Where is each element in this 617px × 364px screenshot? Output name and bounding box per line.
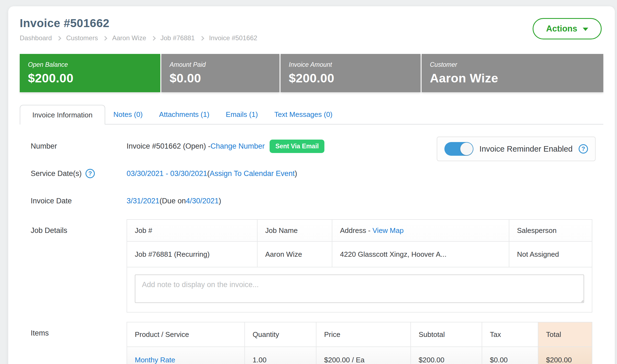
tab-text-messages[interactable]: Text Messages (0) bbox=[266, 105, 341, 124]
job-number-cell: Job #76881 (Recurring) bbox=[127, 241, 257, 267]
invoice-date-row: Invoice Date 3/31/2021 (Due on 4/30/2021… bbox=[20, 192, 603, 210]
tab-attachments[interactable]: Attachments (1) bbox=[151, 105, 218, 124]
stat-label: Open Balance bbox=[28, 61, 152, 68]
paren-close: ) bbox=[219, 197, 221, 205]
breadcrumb-chevron-icon bbox=[103, 36, 107, 41]
invoice-card: Invoice #501662 Dashboard Customers Aaro… bbox=[8, 6, 615, 364]
toggle-knob bbox=[460, 143, 473, 155]
col-salesperson: Salesperson bbox=[509, 219, 592, 241]
items-label: Items bbox=[20, 322, 127, 337]
invoice-information-panel: Invoice Reminder Enabled Number Invoice … bbox=[20, 125, 603, 364]
col-subtotal: Subtotal bbox=[411, 322, 482, 347]
stat-value: Aaron Wize bbox=[430, 71, 595, 85]
page-title: Invoice #501662 bbox=[20, 17, 603, 30]
invoice-reminder-label: Invoice Reminder Enabled bbox=[479, 145, 573, 154]
col-address: Address - View Map bbox=[332, 219, 509, 241]
salesperson-cell: Not Assigned bbox=[509, 241, 592, 267]
stat-invoice-amount: Invoice Amount $200.00 bbox=[281, 54, 421, 92]
breadcrumb-item-customers[interactable]: Customers bbox=[66, 34, 98, 42]
breadcrumb-item-dashboard[interactable]: Dashboard bbox=[20, 34, 52, 42]
total-cell: $200.00 bbox=[538, 347, 592, 364]
stats-bar: Open Balance $200.00 Amount Paid $0.00 I… bbox=[20, 54, 603, 92]
stat-value: $200.00 bbox=[289, 71, 412, 85]
invoice-note-row bbox=[127, 267, 592, 312]
subtotal-cell: $200.00 bbox=[411, 347, 482, 364]
paren-close: ) bbox=[295, 169, 297, 178]
number-label: Number bbox=[20, 142, 127, 151]
address-header-text: Address - bbox=[340, 226, 373, 235]
actions-button-label: Actions bbox=[546, 24, 577, 34]
sent-via-email-badge: Sent Via Email bbox=[270, 140, 324, 153]
product-cell: Monthy Rate bbox=[127, 347, 245, 364]
price-cell: $200.00 / Ea bbox=[316, 347, 411, 364]
change-number-link[interactable]: Change Number bbox=[210, 142, 265, 151]
col-price: Price bbox=[316, 322, 411, 347]
invoice-reminder-box: Invoice Reminder Enabled bbox=[437, 137, 596, 161]
stat-amount-paid: Amount Paid $0.00 bbox=[161, 54, 279, 92]
due-date-link[interactable]: 4/30/2021 bbox=[186, 197, 219, 205]
breadcrumb-chevron-icon bbox=[199, 36, 204, 41]
col-job-number: Job # bbox=[127, 219, 257, 241]
assign-to-calendar-event-link[interactable]: Assign To Calendar Event bbox=[210, 169, 295, 178]
service-date-range-link[interactable]: 03/30/2021 - 03/30/2021 bbox=[127, 169, 207, 178]
stat-label: Amount Paid bbox=[170, 61, 271, 68]
actions-button[interactable]: Actions bbox=[533, 18, 602, 39]
service-dates-label: Service Date(s) bbox=[31, 169, 82, 178]
tab-invoice-information[interactable]: Invoice Information bbox=[20, 105, 105, 125]
paren-open: ( bbox=[207, 169, 210, 178]
job-details-header-row: Job # Job Name Address - View Map Salesp… bbox=[127, 219, 592, 241]
breadcrumb-item-job[interactable]: Job #76881 bbox=[161, 34, 195, 42]
product-link[interactable]: Monthy Rate bbox=[135, 356, 175, 364]
invoice-reminder-toggle[interactable] bbox=[444, 142, 473, 156]
help-icon[interactable] bbox=[579, 144, 588, 154]
tab-notes[interactable]: Notes (0) bbox=[105, 105, 151, 124]
job-name-cell: Aaron Wize bbox=[257, 241, 332, 267]
stat-customer: Customer Aaron Wize bbox=[422, 54, 603, 92]
col-product-service: Product / Service bbox=[127, 322, 245, 347]
stat-value: $200.00 bbox=[28, 71, 152, 85]
breadcrumb-chevron-icon bbox=[57, 36, 61, 41]
job-details-label: Job Details bbox=[20, 219, 127, 235]
items-header-row: Product / Service Quantity Price Subtota… bbox=[127, 322, 592, 347]
col-total: Total bbox=[538, 322, 592, 347]
items-row: Items Product / Service Quantity Price S… bbox=[20, 322, 603, 364]
breadcrumb: Dashboard Customers Aaron Wize Job #7688… bbox=[20, 34, 603, 42]
job-details-row: Job Details Job # Job Name Address - Vie… bbox=[20, 219, 603, 313]
breadcrumb-item-customer[interactable]: Aaron Wize bbox=[112, 34, 146, 42]
invoice-date-link[interactable]: 3/31/2021 bbox=[127, 197, 159, 205]
tab-bar: Invoice Information Notes (0) Attachment… bbox=[20, 105, 603, 125]
job-details-data-row: Job #76881 (Recurring) Aaron Wize 4220 G… bbox=[127, 241, 592, 267]
stat-open-balance: Open Balance $200.00 bbox=[20, 54, 160, 92]
col-tax: Tax bbox=[482, 322, 538, 347]
item-row: Monthy Rate 1.00 $200.00 / Ea $200.00 $0… bbox=[127, 347, 592, 364]
invoice-note-input[interactable] bbox=[135, 275, 584, 303]
col-quantity: Quantity bbox=[245, 322, 316, 347]
tax-cell: $0.00 bbox=[482, 347, 538, 364]
job-details-table: Job # Job Name Address - View Map Salesp… bbox=[127, 219, 592, 313]
stat-value: $0.00 bbox=[170, 71, 271, 85]
view-map-link[interactable]: View Map bbox=[373, 226, 404, 235]
invoice-date-label: Invoice Date bbox=[20, 197, 127, 205]
items-table: Product / Service Quantity Price Subtota… bbox=[127, 322, 592, 364]
tab-emails[interactable]: Emails (1) bbox=[218, 105, 266, 124]
due-on-text: (Due on bbox=[159, 197, 186, 205]
invoice-number-value: Invoice #501662 (Open) - bbox=[127, 142, 210, 151]
breadcrumb-chevron-icon bbox=[151, 36, 156, 41]
caret-down-icon bbox=[583, 28, 588, 31]
stat-label: Invoice Amount bbox=[289, 61, 412, 68]
quantity-cell: 1.00 bbox=[245, 347, 316, 364]
address-cell: 4220 Glasscott Xingz, Hoover A... bbox=[332, 241, 509, 267]
stat-label: Customer bbox=[430, 61, 595, 68]
breadcrumb-item-invoice: Invoice #501662 bbox=[209, 34, 257, 42]
col-job-name: Job Name bbox=[257, 219, 332, 241]
help-icon[interactable] bbox=[85, 169, 95, 178]
service-dates-row: Service Date(s) 03/30/2021 - 03/30/2021 … bbox=[20, 164, 603, 183]
